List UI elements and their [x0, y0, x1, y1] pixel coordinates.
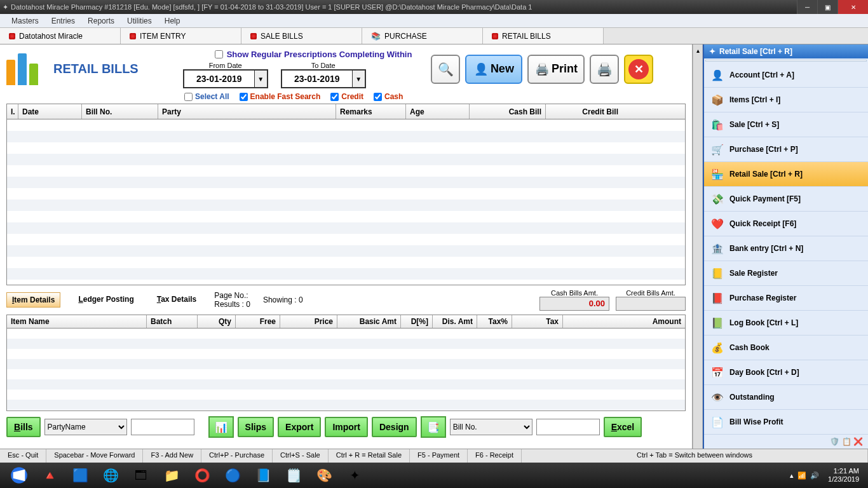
taskbar-pharmacy[interactable]: ✦	[339, 465, 370, 485]
tray-network-icon[interactable]: 📶	[797, 471, 806, 480]
taskbar-word[interactable]: 📘	[248, 465, 278, 485]
bill-no-filter-input[interactable]	[536, 419, 600, 435]
party-name-select[interactable]: PartyName	[44, 419, 127, 435]
design-button[interactable]: Design	[372, 417, 417, 437]
sidebar-item-0[interactable]: 👤Account [Ctrl + A]	[704, 63, 868, 88]
sidebar-search-area[interactable]	[705, 60, 867, 62]
col-tax-pct[interactable]: Tax%	[477, 315, 512, 328]
tab-miracle[interactable]: Datotahost Miracle	[0, 28, 121, 44]
col-party[interactable]: Party	[158, 104, 336, 119]
taskbar-notes[interactable]: 🗒️	[278, 465, 309, 485]
col-billno[interactable]: Bill No.	[82, 104, 158, 119]
sidebar-item-11[interactable]: 💰Cash Book	[704, 336, 868, 360]
to-date-input[interactable]	[282, 71, 352, 87]
export-button[interactable]: Export	[278, 417, 321, 437]
credit-checkbox[interactable]	[330, 93, 339, 101]
col-dis-amt[interactable]: Dis. Amt	[433, 315, 477, 328]
print-icon-button[interactable]: 🖨️	[590, 55, 619, 84]
taskbar-opera[interactable]: ⭕	[187, 465, 217, 485]
show-prescriptions-checkbox[interactable]	[215, 50, 223, 58]
col-basic-amt[interactable]: Basic Amt	[337, 315, 401, 328]
taskbar-chrome[interactable]: 🔵	[217, 465, 248, 485]
enable-fast-search-checkbox[interactable]	[240, 93, 248, 101]
taskbar-ie[interactable]: 🌐	[95, 465, 126, 485]
tray-volume-icon[interactable]: 🔊	[810, 471, 819, 480]
bills-table-body[interactable]	[7, 119, 685, 285]
menu-masters[interactable]: Masters	[5, 15, 45, 27]
close-page-button[interactable]: ✕	[624, 55, 653, 84]
tab-purchase[interactable]: 📚PURCHASE	[362, 28, 483, 44]
from-date-dropdown[interactable]: ▼	[254, 71, 267, 87]
new-button[interactable]: 👤New	[465, 55, 522, 84]
refresh-button[interactable]: 📊	[208, 416, 234, 438]
sidebar-item-icon: 📕	[710, 291, 724, 305]
excel-button[interactable]: Excel	[604, 417, 642, 437]
sidebar-item-7[interactable]: 🏦Bank entry [Ctrl + N]	[704, 236, 868, 261]
tab-sale-bills[interactable]: SALE BILLS	[241, 28, 362, 44]
select-all-checkbox[interactable]	[184, 93, 193, 101]
tray-arrow-icon[interactable]: ▴	[790, 471, 794, 480]
sidebar-item-4[interactable]: 🏪Retail Sale [Ctrl + R]	[704, 162, 868, 187]
menu-help[interactable]: Help	[158, 15, 187, 27]
maximize-button[interactable]: ▣	[817, 0, 837, 14]
bill-no-select[interactable]: Bill No.	[450, 419, 532, 435]
col-price[interactable]: Price	[280, 315, 337, 328]
tab-retail-bills[interactable]: RETAIL BILLS	[483, 28, 604, 44]
minimize-button[interactable]: ─	[797, 0, 817, 14]
cash-checkbox[interactable]	[374, 93, 382, 101]
taskbar-paint[interactable]: 🎨	[309, 465, 339, 485]
menu-entries[interactable]: Entries	[45, 15, 81, 27]
menu-utilities[interactable]: Utilities	[121, 15, 158, 27]
sidebar-item-13[interactable]: 👁️Outstanding	[704, 385, 868, 410]
menu-reports[interactable]: Reports	[81, 15, 121, 27]
sidebar-footer-icons[interactable]: 🛡️ 📋 ❌	[704, 435, 868, 449]
items-table-body[interactable]	[6, 329, 686, 411]
col-qty[interactable]: Qty	[198, 315, 236, 328]
col-batch[interactable]: Batch	[147, 315, 198, 328]
col-i[interactable]: I.	[7, 104, 18, 119]
sidebar-item-5[interactable]: 💸Quick Payment [F5]	[704, 187, 868, 212]
sidebar-item-14[interactable]: 📄Bill Wise Profit	[704, 410, 868, 435]
sidebar-item-1[interactable]: 📦Items [Ctrl + I]	[704, 88, 868, 112]
col-amount[interactable]: Amount	[563, 315, 685, 328]
col-date[interactable]: Date	[18, 104, 82, 119]
close-button[interactable]: ✕	[837, 0, 868, 14]
sidebar-item-9[interactable]: 📕Purchase Register	[704, 286, 868, 311]
col-creditbill[interactable]: Credit Bill	[546, 104, 622, 119]
taskbar-app1[interactable]: 🗔	[126, 465, 156, 485]
print-button[interactable]: 🖨️Print	[527, 55, 585, 84]
import-button[interactable]: Import	[325, 417, 368, 437]
sidebar-item-12[interactable]: 📅Day Book [Ctrl + D]	[704, 360, 868, 385]
sidebar-item-3[interactable]: 🛒Purchase [Ctrl + P]	[704, 137, 868, 162]
vertical-scrollbar[interactable]: ▴	[693, 44, 703, 449]
sort-button[interactable]: 📑	[421, 416, 446, 438]
item-details-tab[interactable]: Item Details	[6, 292, 60, 308]
from-date-input[interactable]	[184, 71, 254, 87]
sidebar-item-2[interactable]: 🛍️Sale [Ctrl + S]	[704, 112, 868, 137]
taskbar-snip[interactable]: 🟦	[65, 465, 95, 485]
slips-button[interactable]: Slips	[238, 417, 274, 437]
col-remarks[interactable]: Remarks	[336, 104, 406, 119]
ledger-posting-tab[interactable]: Ledger Posting	[73, 292, 139, 308]
col-tax[interactable]: Tax	[512, 315, 563, 328]
col-free[interactable]: Free	[236, 315, 280, 328]
party-filter-input[interactable]	[131, 419, 194, 435]
logo-icon	[6, 53, 47, 85]
taskbar-vlc[interactable]: 🔺	[34, 465, 65, 485]
tax-details-tab[interactable]: Tax Details	[152, 292, 202, 308]
sidebar-item-6[interactable]: ❤️Quick Receipt [F6]	[704, 212, 868, 236]
taskbar-explorer[interactable]: 📁	[156, 465, 187, 485]
to-date-dropdown[interactable]: ▼	[352, 71, 365, 87]
tray-clock[interactable]: 1:21 AM 1/23/2019	[823, 467, 864, 484]
enable-fast-label: Enable Fast Search	[250, 92, 321, 101]
tab-item-entry[interactable]: ITEM ENTRY	[121, 28, 241, 44]
sidebar-item-10[interactable]: 📗Log Book [Ctrl + L]	[704, 311, 868, 336]
col-age[interactable]: Age	[406, 104, 470, 119]
col-item-name[interactable]: Item Name	[7, 315, 147, 328]
col-cashbill[interactable]: Cash Bill	[470, 104, 546, 119]
bills-button[interactable]: Bills	[6, 417, 41, 437]
start-button[interactable]	[4, 465, 34, 485]
search-button[interactable]: 🔍	[431, 55, 460, 84]
col-disc-pct[interactable]: D[%]	[401, 315, 433, 328]
sidebar-item-8[interactable]: 📒Sale Register	[704, 261, 868, 286]
